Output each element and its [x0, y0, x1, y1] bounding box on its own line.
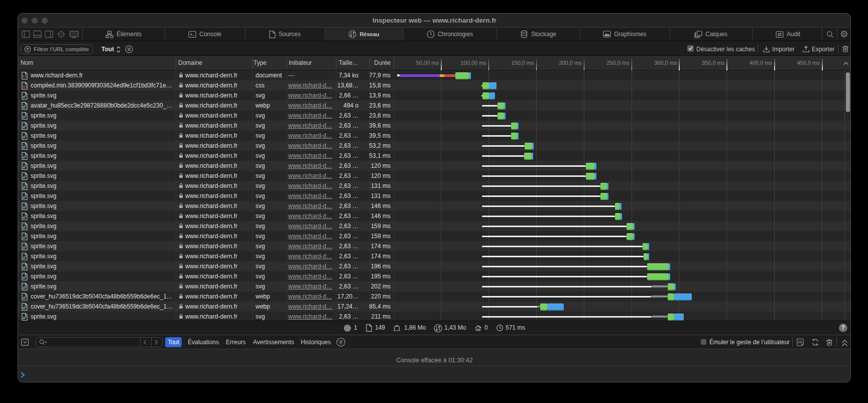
svg-text:css: css: [23, 84, 27, 87]
svg-text:JS: JS: [798, 340, 803, 344]
